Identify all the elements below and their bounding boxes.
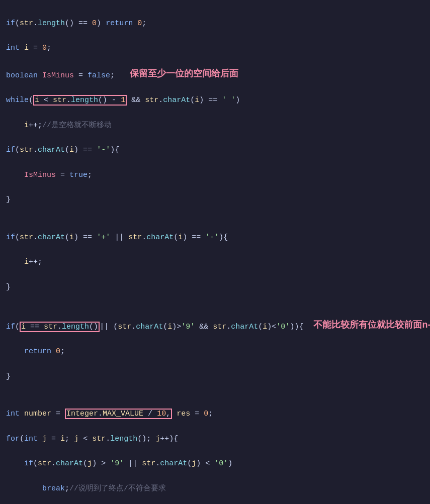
code-line-16: } (6, 371, 424, 383)
code-line-14: if(i == str.length()|| (str.charAt(i)>'9… (6, 319, 424, 334)
code-line-1: if(str.length() == 0) return 0; (6, 18, 424, 30)
code-line-5: i++;//是空格就不断移动 (6, 120, 424, 132)
code-line-7: IsMinus = true; (6, 169, 424, 182)
code-line-19: for(int j = i; j < str.length(); j++){ (6, 433, 424, 446)
code-line-4: while(i < str.length() - 1 && str.charAt… (6, 94, 424, 107)
code-content: if(str.length() == 0) return 0; int i = … (6, 5, 424, 504)
code-line-6: if(str.charAt(i) == '-'){ (6, 144, 424, 157)
code-line-8: } (6, 194, 424, 207)
code-line-18: int number = Integer.MAX_VALUE / 10, res… (6, 408, 424, 421)
annotation-2: 不能比较所有位就比较前面n-1位 (313, 320, 430, 330)
annotation-1: 保留至少一位的空间给后面 (130, 68, 238, 78)
code-line-2: int i = 0; (6, 42, 424, 55)
code-line-21: break;//说明到了终点/不符合要求 (6, 483, 424, 495)
code-line-10: if(str.charAt(i) == '+' || str.charAt(i)… (6, 232, 424, 244)
code-line-15: return 0; (6, 346, 424, 358)
code-line-11: i++; (6, 256, 424, 269)
code-line-20: if(str.charAt(j) > '9' || str.charAt(j) … (6, 458, 424, 470)
code-line-3: boolean IsMinus = false;保留至少一位的空间给后面 (6, 67, 424, 82)
code-line-12: } (6, 281, 424, 294)
